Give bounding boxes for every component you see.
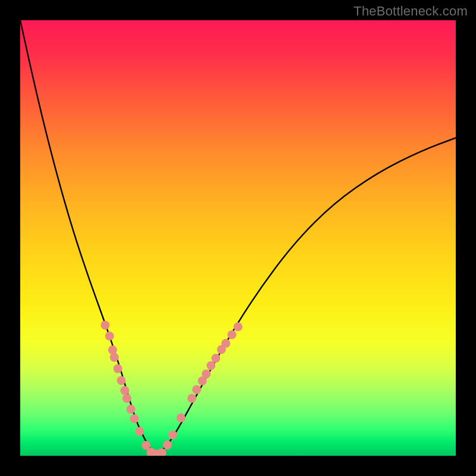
dot [202, 369, 211, 378]
dot [177, 414, 186, 422]
dot [163, 440, 172, 449]
dot [114, 364, 123, 373]
dot [130, 414, 139, 423]
dot [123, 394, 131, 403]
dot [126, 405, 135, 414]
dot [105, 331, 114, 340]
plot-area [20, 20, 456, 456]
dot [187, 394, 196, 403]
dot [120, 386, 129, 395]
chart-frame: TheBottleneck.com [0, 0, 476, 476]
bottleneck-curve [20, 20, 456, 453]
curve-svg [20, 20, 456, 456]
dot [157, 448, 166, 456]
dot [101, 321, 109, 330]
dot [110, 353, 119, 362]
dot [234, 322, 243, 331]
dot [192, 385, 201, 394]
dot [221, 339, 230, 348]
dot [211, 354, 220, 363]
dot [168, 430, 177, 439]
watermark-text: TheBottleneck.com [353, 4, 468, 19]
dot [206, 361, 215, 370]
dot [108, 346, 117, 355]
highlight-dots [101, 321, 242, 456]
dot [135, 427, 144, 436]
dot [117, 376, 126, 385]
dot [227, 330, 236, 339]
